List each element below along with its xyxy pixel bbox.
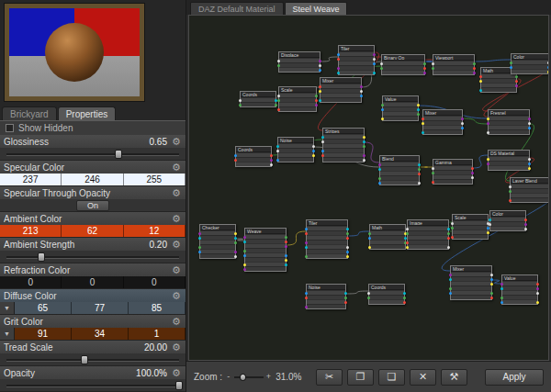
cut-button[interactable]: ✂ (316, 369, 343, 386)
color-b[interactable]: 85 (129, 302, 186, 314)
input-socket-icon[interactable] (337, 72, 340, 74)
zoom-track[interactable] (234, 376, 264, 378)
input-socket-icon[interactable] (479, 89, 482, 92)
graph-node[interactable]: Checker (199, 224, 236, 259)
input-socket-icon[interactable] (305, 306, 308, 308)
gear-icon[interactable]: ⚙ (171, 213, 182, 224)
graph-node[interactable]: Stripes (322, 128, 365, 162)
input-socket-icon[interactable] (509, 199, 512, 202)
output-socket-icon[interactable] (536, 301, 539, 304)
color-bar[interactable]: 65 77 85 (15, 302, 186, 314)
graph-node[interactable]: Math (369, 224, 406, 250)
graph-node[interactable]: Image (407, 219, 449, 250)
tools-button[interactable]: ⚒ (441, 369, 467, 386)
output-socket-icon[interactable] (234, 255, 237, 258)
output-socket-icon[interactable] (275, 104, 277, 106)
slider-track[interactable] (6, 153, 179, 156)
show-hidden-checkbox[interactable] (6, 124, 14, 132)
output-socket-icon[interactable] (346, 255, 349, 258)
graph-node[interactable]: Binary Op (381, 54, 425, 75)
color-g[interactable]: 0 (62, 276, 123, 288)
color-bar[interactable]: 0 0 0 (0, 276, 186, 288)
color-r[interactable]: 91 (15, 328, 72, 340)
zoom-slider[interactable]: - + (227, 372, 271, 383)
tab-steel-weave[interactable]: Steel Weave (285, 2, 348, 15)
output-socket-icon[interactable] (548, 190, 549, 193)
graph-node[interactable]: Weave (244, 228, 287, 272)
tab-properties[interactable]: Properties (58, 106, 117, 120)
slider-handle[interactable] (81, 355, 88, 364)
output-socket-icon[interactable] (528, 167, 531, 170)
input-socket-icon[interactable] (239, 104, 242, 106)
color-b[interactable]: 1 (129, 328, 186, 340)
slider-track[interactable] (6, 385, 179, 387)
graph-node[interactable]: Coords (235, 146, 272, 167)
graph-node[interactable]: Mixer (422, 109, 463, 135)
property-value[interactable]: 0.20 (150, 240, 167, 250)
gear-icon[interactable]: ⚙ (171, 367, 182, 378)
input-socket-icon[interactable] (451, 236, 454, 239)
zoom-minus-icon[interactable]: - (227, 372, 230, 381)
output-socket-icon[interactable] (319, 69, 321, 72)
color-bar[interactable]: 91 34 1 (15, 328, 186, 340)
color-r[interactable]: 0 (0, 276, 62, 288)
graph-node[interactable]: Scale (452, 214, 489, 240)
node-canvas[interactable]: DisplaceTilerCoordsScaleMixerBinary OpVi… (188, 15, 549, 361)
output-socket-icon[interactable] (403, 301, 406, 304)
color-r[interactable]: 65 (15, 302, 72, 314)
property-value[interactable]: 0.65 (150, 137, 167, 147)
slider-handle[interactable] (175, 381, 183, 390)
output-socket-icon[interactable] (524, 228, 527, 230)
input-socket-icon[interactable] (381, 118, 384, 120)
graph-node[interactable]: Coords (368, 284, 405, 305)
output-socket-icon[interactable] (373, 72, 376, 74)
color-bar[interactable]: 237 246 255 (0, 174, 186, 185)
slider-handle[interactable] (38, 252, 45, 262)
input-socket-icon[interactable] (368, 246, 371, 249)
output-socket-icon[interactable] (270, 163, 273, 166)
graph-node[interactable]: Tiler (338, 45, 375, 75)
property-value[interactable]: 20.00 (144, 342, 167, 353)
input-socket-icon[interactable] (406, 246, 409, 249)
graph-node[interactable]: Displace (278, 51, 320, 73)
graph-node[interactable]: Color (489, 210, 526, 231)
output-socket-icon[interactable] (363, 159, 365, 162)
gear-icon[interactable]: ⚙ (171, 264, 182, 275)
color-g[interactable]: 246 (62, 174, 123, 185)
input-socket-icon[interactable] (243, 268, 246, 271)
on-toggle-button[interactable]: On (76, 200, 109, 211)
gear-icon[interactable]: ⚙ (171, 187, 182, 198)
color-g[interactable]: 77 (72, 302, 129, 314)
input-socket-icon[interactable] (422, 131, 424, 134)
graph-node[interactable]: Tiler (306, 219, 348, 259)
output-socket-icon[interactable] (548, 195, 549, 197)
input-socket-icon[interactable] (319, 99, 321, 102)
graph-node[interactable]: Noise (306, 284, 346, 309)
graph-node[interactable]: Gamma (433, 159, 473, 185)
graph-node[interactable]: Fresnel (488, 109, 530, 135)
copy-button[interactable]: ❐ (347, 369, 374, 386)
input-socket-icon[interactable] (432, 181, 434, 184)
gear-icon[interactable]: ⚙ (171, 239, 182, 250)
graph-node[interactable]: Color (511, 53, 549, 74)
tab-brickyard[interactable]: Brickyard (2, 106, 57, 120)
zoom-handle[interactable] (240, 374, 246, 381)
graph-node[interactable]: Value (501, 274, 538, 305)
input-socket-icon[interactable] (305, 255, 308, 258)
input-socket-icon[interactable] (487, 131, 489, 134)
paste-button[interactable]: ❏ (378, 369, 405, 386)
input-socket-icon[interactable] (378, 182, 381, 185)
delete-button[interactable]: ✕ (410, 369, 436, 386)
color-r[interactable]: 213 (0, 225, 62, 237)
output-socket-icon[interactable] (490, 297, 493, 299)
input-socket-icon[interactable] (276, 159, 279, 162)
apply-button[interactable]: Apply (485, 369, 544, 386)
input-socket-icon[interactable] (277, 108, 280, 111)
slider-handle[interactable] (115, 150, 122, 159)
graph-node[interactable]: DS Material (488, 150, 530, 171)
graph-node[interactable]: Mixer (320, 77, 362, 103)
gear-icon[interactable]: ⚙ (171, 342, 182, 353)
output-socket-icon[interactable] (447, 246, 450, 249)
gear-icon[interactable]: ⚙ (171, 136, 182, 147)
property-value[interactable]: 100.0% (136, 368, 167, 378)
